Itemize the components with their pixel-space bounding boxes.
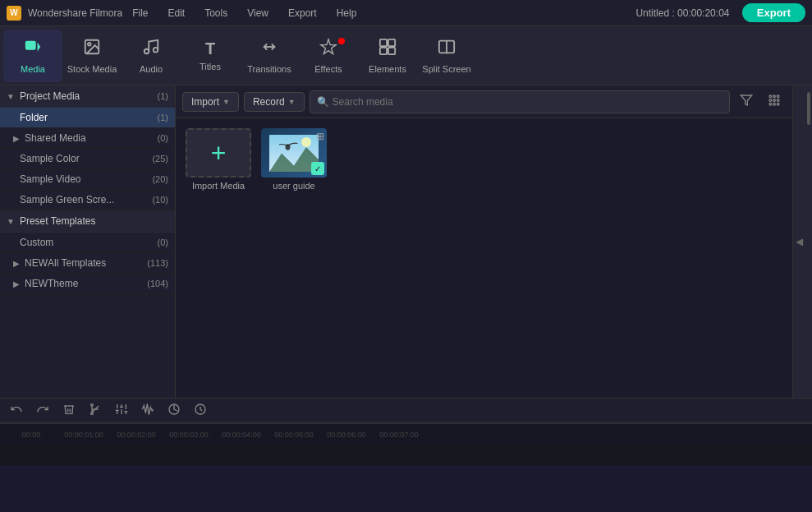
- right-panel: [805, 85, 812, 398]
- menu-bar: File Edit Tools View Export Help: [129, 6, 360, 21]
- title-bar-left: W Wondershare Filmora File Edit Tools Vi…: [7, 6, 360, 21]
- ruler-mark-6: 00:00:06:00: [322, 431, 371, 439]
- ruler-mark-0: 00:00: [7, 431, 56, 439]
- grid-view-icon[interactable]: [763, 92, 786, 111]
- timeline-tracks: [0, 445, 812, 465]
- menu-help[interactable]: Help: [333, 6, 360, 21]
- sidebar-folder[interactable]: Folder (1): [0, 108, 175, 128]
- toolbar-elements[interactable]: Elements: [358, 30, 417, 82]
- audio-icon: [142, 38, 160, 61]
- ruler-mark-4: 00:00:04:00: [217, 431, 266, 439]
- svg-point-26: [91, 413, 94, 415]
- svg-point-14: [773, 95, 776, 98]
- timeline-toolbar: [0, 399, 812, 423]
- elements-icon: [378, 38, 397, 61]
- cut-button[interactable]: [85, 401, 105, 420]
- window-title: Untitled : 00:00:20:04 Export: [635, 3, 805, 22]
- svg-rect-8: [380, 47, 387, 53]
- toolbar-split-screen[interactable]: Split Screen: [417, 30, 476, 82]
- svg-point-5: [154, 47, 158, 51]
- app-name: Wondershare Filmora: [28, 7, 122, 19]
- sidebar-sample-video[interactable]: Sample Video (20): [0, 169, 175, 190]
- svg-point-16: [769, 99, 772, 102]
- speed-button[interactable]: [190, 401, 210, 420]
- menu-edit[interactable]: Edit: [165, 6, 189, 21]
- svg-rect-0: [25, 40, 36, 49]
- import-media-thumb: +: [186, 128, 251, 178]
- sidebar-sample-green-screen[interactable]: Sample Green Scre... (10): [0, 190, 175, 210]
- theme-arrow: ▶: [13, 279, 20, 288]
- svg-marker-1: [38, 42, 41, 51]
- sidebar-shared-media[interactable]: ▶ Shared Media (0): [0, 128, 175, 149]
- import-button[interactable]: Import ▼: [182, 92, 239, 112]
- svg-point-17: [773, 99, 776, 102]
- search-icon: 🔍: [317, 96, 329, 108]
- svg-point-18: [777, 99, 779, 102]
- ruler-mark-1: 00:00:01:00: [59, 431, 108, 439]
- app-logo: W: [7, 6, 21, 21]
- menu-tools[interactable]: Tools: [201, 6, 231, 21]
- color-grading-button[interactable]: [164, 401, 184, 420]
- svg-point-4: [145, 48, 149, 53]
- svg-point-13: [769, 95, 772, 98]
- sidebar-theme[interactable]: ▶ NEW Theme (104): [0, 274, 175, 294]
- sidebar-preset-templates[interactable]: ▼ Preset Templates: [0, 210, 175, 233]
- toolbar-audio[interactable]: Audio: [122, 30, 181, 82]
- effects-badge: [338, 38, 345, 44]
- toolbar-media[interactable]: Media: [3, 30, 62, 82]
- ruler-mark-7: 00:00:07:00: [374, 431, 424, 439]
- menu-export[interactable]: Export: [285, 6, 320, 21]
- menu-view[interactable]: View: [244, 6, 272, 21]
- audio-mixer-button[interactable]: [112, 401, 131, 420]
- svg-marker-12: [741, 95, 751, 105]
- svg-rect-6: [380, 39, 387, 45]
- sidebar-custom[interactable]: Custom (0): [0, 233, 175, 253]
- record-chevron: ▼: [288, 98, 296, 106]
- import-plus-icon: +: [211, 138, 227, 168]
- import-chevron: ▼: [222, 98, 230, 106]
- transitions-icon: [260, 38, 278, 61]
- timeline-ruler: 00:00 00:00:01:00 00:00:02:00 00:00:03:0…: [0, 423, 812, 445]
- timeline-area: 00:00 00:00:01:00 00:00:02:00 00:00:03:0…: [0, 398, 812, 465]
- svg-point-25: [286, 144, 291, 150]
- delete-button[interactable]: [59, 401, 79, 420]
- undo-button[interactable]: [7, 401, 26, 420]
- all-templates-new-badge: NEW: [25, 257, 48, 269]
- collapse-arrow: ◀: [796, 236, 803, 247]
- split-screen-icon: [438, 38, 456, 61]
- search-wrap: 🔍: [310, 90, 730, 113]
- filter-icon[interactable]: [735, 92, 758, 111]
- waveform-button[interactable]: [138, 401, 158, 420]
- svg-point-15: [777, 95, 779, 98]
- sidebar-project-media[interactable]: ▼ Project Media (1): [0, 85, 175, 108]
- main-toolbar: Media Stock Media Audio T Titles Transit…: [0, 26, 812, 85]
- toolbar-titles[interactable]: T Titles: [181, 30, 240, 82]
- collapse-handle[interactable]: ◀: [792, 85, 805, 398]
- search-input[interactable]: [333, 96, 723, 108]
- sidebar: ▼ Project Media (1) Folder (1) ▶ Shared …: [0, 85, 176, 398]
- content-area: Import ▼ Record ▼ 🔍 +: [176, 85, 792, 398]
- shared-media-arrow: ▶: [13, 134, 20, 143]
- import-media-item[interactable]: + Import Media: [186, 128, 251, 191]
- toolbar-effects[interactable]: Effects: [299, 30, 358, 82]
- user-guide-label: user guide: [273, 181, 314, 191]
- sidebar-all-templates[interactable]: ▶ NEW All Templates (113): [0, 253, 175, 274]
- svg-point-3: [88, 42, 91, 45]
- theme-new-badge: NEW: [25, 278, 48, 289]
- export-button[interactable]: Export: [742, 3, 805, 22]
- all-templates-arrow: ▶: [13, 259, 20, 268]
- ruler-mark-3: 00:00:03:00: [164, 431, 213, 439]
- media-icon: [24, 38, 42, 61]
- redo-button[interactable]: [33, 401, 53, 420]
- scroll-indicator[interactable]: [807, 92, 810, 125]
- toolbar-transitions[interactable]: Transitions: [240, 30, 299, 82]
- record-button[interactable]: Record ▼: [244, 92, 305, 112]
- stock-media-icon: [83, 38, 101, 61]
- selected-check-badge: ✓: [311, 162, 324, 175]
- user-guide-item[interactable]: ⊞: [261, 128, 327, 191]
- toolbar-stock-media[interactable]: Stock Media: [62, 30, 122, 82]
- project-media-arrow: ▼: [7, 92, 15, 101]
- sidebar-sample-color[interactable]: Sample Color (25): [0, 149, 175, 169]
- menu-file[interactable]: File: [129, 6, 151, 21]
- svg-point-19: [769, 103, 772, 105]
